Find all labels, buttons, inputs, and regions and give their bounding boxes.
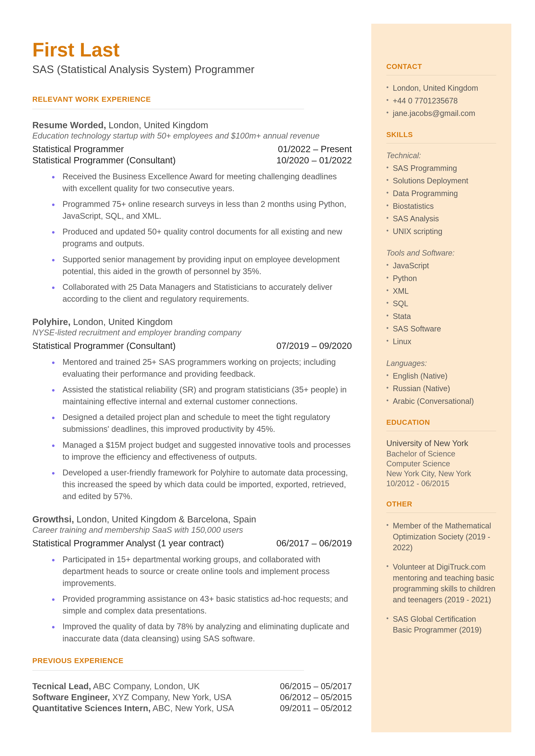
company-line: Resume Worded, London, United Kingdom — [32, 120, 352, 130]
company-location: London, United Kingdom & Barcelona, Spai… — [74, 514, 256, 524]
company-line: Polyhire, London, United Kingdom — [32, 317, 352, 327]
job-bullets: Mentored and trained 25+ SAS programmers… — [52, 356, 352, 502]
previous-rest: ABC, New York, USA — [151, 703, 234, 713]
previous-dates: 06/2012 – 05/2015 — [280, 692, 352, 702]
languages-label: Languages: — [386, 359, 496, 368]
technical-skill-item: SAS Programming — [386, 163, 496, 174]
job-block: Growthsi, London, United Kingdom & Barce… — [32, 514, 352, 645]
role-dates: 07/2019 – 09/2020 — [276, 341, 352, 351]
previous-rest: ABC Company, London, UK — [91, 682, 200, 691]
previous-container: Tecnical Lead, ABC Company, London, UK06… — [32, 682, 352, 713]
job-bullet: Designed a detailed project plan and sch… — [52, 411, 352, 435]
contact-list: London, United Kingdom+44 0 7701235678ja… — [386, 83, 496, 119]
previous-title: Tecnical Lead, — [32, 682, 91, 691]
contact-item: +44 0 7701235678 — [386, 96, 496, 106]
technical-skill-item: Biostatistics — [386, 201, 496, 211]
previous-left: Software Engineer, XYZ Company, New York… — [32, 692, 231, 702]
previous-row: Tecnical Lead, ABC Company, London, UK06… — [32, 682, 352, 691]
role-dates: 01/2022 – Present — [278, 144, 352, 154]
job-block: Polyhire, London, United KingdomNYSE-lis… — [32, 317, 352, 502]
role-dates: 10/2020 – 01/2022 — [276, 155, 352, 165]
other-list: Member of the Mathematical Optimization … — [386, 520, 496, 635]
previous-dates: 09/2011 – 05/2012 — [280, 703, 352, 713]
role-row: Statistical Programmer Analyst (1 year c… — [32, 538, 352, 548]
company-name: Growthsi, — [32, 514, 74, 524]
job-bullets: Received the Business Excellence Award f… — [52, 171, 352, 305]
job-bullet: Assisted the statistical reliability (SR… — [52, 384, 352, 407]
divider — [32, 670, 304, 671]
other-item: SAS Global Certification Basic Programme… — [386, 614, 496, 635]
role-title: Statistical Programmer (Consultant) — [32, 155, 176, 165]
job-bullet: Received the Business Excellence Award f… — [52, 171, 352, 194]
job-bullet: Supported senior management by providing… — [52, 254, 352, 277]
tools-list: JavaScriptPythonXMLSQLStataSAS SoftwareL… — [386, 261, 496, 347]
divider — [386, 75, 496, 75]
education-block: University of New York Bachelor of Scien… — [386, 439, 496, 488]
previous-title: Quantitative Sciences Intern, — [32, 703, 151, 713]
job-bullets: Participated in 15+ departmental working… — [52, 554, 352, 645]
role-dates: 06/2017 – 06/2019 — [276, 538, 352, 548]
job-bullet: Mentored and trained 25+ SAS programmers… — [52, 356, 352, 380]
work-experience-heading: RELEVANT WORK EXPERIENCE — [32, 95, 352, 103]
tool-item: Python — [386, 273, 496, 284]
company-desc: Career training and membership SaaS with… — [32, 525, 352, 535]
job-bullet: Collaborated with 25 Data Managers and S… — [52, 281, 352, 305]
language-item: Arabic (Conversational) — [386, 396, 496, 407]
previous-left: Quantitative Sciences Intern, ABC, New Y… — [32, 703, 234, 713]
tool-item: Stata — [386, 311, 496, 322]
contact-heading: CONTACT — [386, 63, 496, 71]
main-column: First Last SAS (Statistical Analysis Sys… — [0, 0, 371, 756]
previous-left: Tecnical Lead, ABC Company, London, UK — [32, 682, 200, 691]
technical-list: SAS ProgrammingSolutions DeploymentData … — [386, 163, 496, 237]
divider — [32, 109, 304, 109]
technical-skill-item: SAS Analysis — [386, 213, 496, 224]
technical-skill-item: UNIX scripting — [386, 226, 496, 237]
education-location: New York City, New York — [386, 469, 496, 478]
previous-rest: XYZ Company, New York, USA — [110, 692, 231, 702]
job-bullet: Developed a user-friendly framework for … — [52, 467, 352, 502]
education-major: Computer Science — [386, 459, 496, 468]
divider — [386, 431, 496, 431]
technical-skill-item: Solutions Deployment — [386, 176, 496, 186]
resume-page: First Last SAS (Statistical Analysis Sys… — [0, 0, 535, 756]
other-item: Member of the Mathematical Optimization … — [386, 520, 496, 553]
role-row: Statistical Programmer01/2022 – Present — [32, 144, 352, 154]
previous-experience-heading: PREVIOUS EXPERIENCE — [32, 657, 352, 665]
job-bullet: Produced and updated 50+ quality control… — [52, 226, 352, 250]
company-name: Resume Worded, — [32, 120, 106, 130]
company-desc: Education technology startup with 50+ em… — [32, 131, 352, 141]
applicant-name: First Last — [32, 39, 352, 61]
skills-heading: SKILLS — [386, 130, 496, 139]
tools-label: Tools and Software: — [386, 248, 496, 258]
company-desc: NYSE-listed recruitment and employer bra… — [32, 328, 352, 337]
divider — [386, 143, 496, 144]
divider — [386, 513, 496, 513]
education-degree: Bachelor of Science — [386, 449, 496, 459]
jobs-container: Resume Worded, London, United KingdomEdu… — [32, 120, 352, 645]
contact-item: jane.jacobs@gmail.com — [386, 108, 496, 119]
role-title: Statistical Programmer (Consultant) — [32, 341, 176, 351]
language-item: Russian (Native) — [386, 383, 496, 394]
role-title: Statistical Programmer — [32, 144, 124, 154]
company-line: Growthsi, London, United Kingdom & Barce… — [32, 514, 352, 524]
education-dates: 10/2012 - 06/2015 — [386, 479, 496, 488]
job-bullet: Improved the quality of data by 78% by a… — [52, 621, 352, 644]
role-title: Statistical Programmer Analyst (1 year c… — [32, 538, 224, 548]
technical-skill-item: Data Programming — [386, 188, 496, 199]
education-school: University of New York — [386, 439, 496, 448]
other-heading: OTHER — [386, 500, 496, 508]
company-name: Polyhire, — [32, 317, 70, 327]
tool-item: JavaScript — [386, 261, 496, 271]
education-heading: EDUCATION — [386, 418, 496, 427]
company-location: London, United Kingdom — [106, 120, 208, 130]
job-bullet: Managed a $15M project budget and sugges… — [52, 439, 352, 463]
role-row: Statistical Programmer (Consultant)10/20… — [32, 155, 352, 165]
contact-item: London, United Kingdom — [386, 83, 496, 94]
language-item: English (Native) — [386, 371, 496, 381]
other-item: Volunteer at DigiTruck.com mentoring and… — [386, 562, 496, 605]
job-bullet: Provided programming assistance on 43+ b… — [52, 593, 352, 617]
previous-row: Software Engineer, XYZ Company, New York… — [32, 692, 352, 702]
tool-item: SAS Software — [386, 324, 496, 334]
job-block: Resume Worded, London, United KingdomEdu… — [32, 120, 352, 305]
previous-dates: 06/2015 – 05/2017 — [280, 682, 352, 691]
